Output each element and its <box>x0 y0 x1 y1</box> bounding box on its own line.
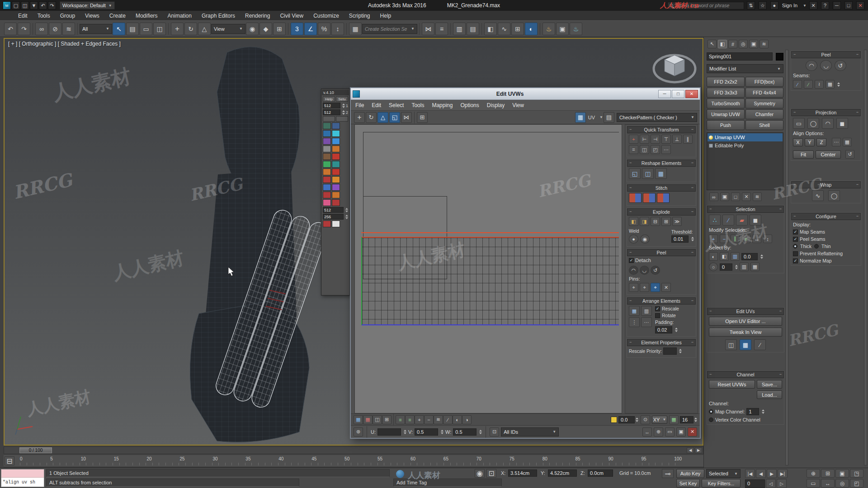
options-gear-icon[interactable]: ⊛ <box>354 427 363 436</box>
selection-lock-icon[interactable]: ⊡ <box>486 469 496 478</box>
uv-freeform-icon[interactable]: ◱ <box>389 112 400 123</box>
zoom-extents-all-icon[interactable]: ◳ <box>850 469 863 478</box>
x-coordinate-field[interactable]: 3.514cm <box>508 469 537 477</box>
previous-frame-icon[interactable]: ◀ <box>756 469 766 478</box>
scene-explorer-icon[interactable]: ▥ <box>453 23 466 35</box>
checker-pattern-dropdown[interactable]: CheckerPattern ( Checker ) ▼ <box>617 113 697 122</box>
arrange-elements-header[interactable]: Arrange Elements <box>627 297 696 305</box>
uv-space-label[interactable]: UV <box>588 115 595 120</box>
render-setup-icon[interactable]: ♨ <box>542 23 555 35</box>
loop-grow-icon[interactable]: ↔ <box>752 235 761 243</box>
set-key-button[interactable]: Set Key <box>676 479 700 488</box>
projection-header[interactable]: Projection <box>791 109 861 116</box>
zoom-icon[interactable]: ⊕ <box>807 469 820 478</box>
tweak-brush-icon[interactable]: ∕ <box>754 339 766 350</box>
modifier-stack[interactable]: Unwrap UVW Editable Poly <box>707 132 783 190</box>
menu-create[interactable]: Create <box>109 13 126 19</box>
textools-per-field[interactable]: 256 <box>323 214 344 220</box>
edit-named-selections-icon[interactable]: ▦ <box>349 23 362 35</box>
detach-checkbox[interactable]: ✓ <box>629 258 634 263</box>
angle-snap-icon[interactable]: ∠ <box>304 23 317 35</box>
graphite-ribbon-icon[interactable]: ◧ <box>484 23 497 35</box>
element-toggle-icon[interactable]: ◼ <box>750 215 761 225</box>
textools-icon[interactable] <box>323 130 331 137</box>
tab-create[interactable]: ↖ <box>708 40 717 48</box>
relax-icon[interactable]: ▦ <box>655 168 667 179</box>
spinner[interactable] <box>342 103 345 108</box>
exchange-icon[interactable]: ✕ <box>809 1 817 9</box>
textools-size-field-1[interactable]: 512 <box>323 103 340 108</box>
select-by-name-icon[interactable]: ▤ <box>126 23 139 35</box>
explode-arrows-icon[interactable]: ≫ <box>672 217 682 226</box>
make-unique-icon[interactable]: □ <box>731 192 740 201</box>
clear-seams-icon[interactable]: ▦ <box>826 80 835 89</box>
uvw-menu-tools[interactable]: Tools <box>411 102 424 108</box>
peel-mode-icon[interactable]: ◡ <box>640 266 649 275</box>
configure-header[interactable]: Configure <box>791 213 861 220</box>
textools-icon[interactable] <box>332 145 340 152</box>
explode-element-icon[interactable]: ⊞ <box>661 217 671 226</box>
maximize-window-icon[interactable]: □ <box>844 1 853 9</box>
align-left-icon[interactable]: ⊢ <box>640 135 649 144</box>
tweak-in-view-button[interactable]: Tweak In View <box>709 328 782 337</box>
center-button[interactable]: Center <box>816 150 841 159</box>
prevent-reflattening-checkbox[interactable] <box>793 251 798 256</box>
textools-icon[interactable] <box>323 221 331 227</box>
rotate-90-cw-icon[interactable]: ⋯ <box>661 145 671 154</box>
reshape-elements-header[interactable]: Reshape Elements <box>627 160 696 167</box>
modifier-button-symmetry[interactable]: Symmetry <box>745 99 783 108</box>
select-element-icon[interactable]: ⊞ <box>382 415 392 424</box>
zoom-extents-icon[interactable]: ▣ <box>835 469 849 478</box>
polygon-subobject-icon[interactable]: ▰ <box>736 215 748 225</box>
align-right-icon[interactable]: ⊣ <box>651 135 660 144</box>
zoom-extents-icon[interactable]: ▣ <box>676 427 686 436</box>
reset-projection-icon[interactable]: ↺ <box>845 150 854 159</box>
selection-set-dropdown[interactable]: Selected▼ <box>706 469 741 478</box>
grid-snap-icon[interactable]: ▦ <box>669 415 679 424</box>
stack-item-editable-poly[interactable]: Editable Poly <box>708 141 783 150</box>
maximize-viewport-toggle-icon[interactable]: ◰ <box>850 479 863 488</box>
w-field[interactable]: 0.5 <box>453 428 476 436</box>
uvw-menu-edit[interactable]: Edit <box>372 102 381 108</box>
peel-mode-icon[interactable]: ◡ <box>820 60 832 71</box>
go-to-start-icon[interactable]: |◀ <box>745 469 755 478</box>
uv-vertex-mode-icon[interactable]: ▦ <box>354 415 363 424</box>
uv-canvas[interactable] <box>354 124 622 413</box>
pin-tool-icon[interactable]: ⌖ <box>629 283 638 292</box>
padding-field[interactable]: 0.02 <box>655 326 672 333</box>
textools-icon[interactable] <box>323 192 331 198</box>
rectangular-selection-region-icon[interactable]: ▭ <box>140 23 152 35</box>
redo-quick-icon[interactable]: ↷ <box>48 1 56 9</box>
ignore-backfacing-icon[interactable]: ◐ <box>709 252 718 261</box>
edge-loop-icon[interactable]: ≡ <box>741 235 750 243</box>
align-bottom-icon[interactable]: ⊥ <box>672 135 682 144</box>
pack-vertical-icon[interactable]: ⋮ <box>629 317 640 327</box>
textools-icon[interactable] <box>323 145 331 152</box>
chevron-down-icon[interactable]: ▼ <box>803 4 807 8</box>
edit-seams-icon[interactable]: ∕ <box>793 80 802 89</box>
object-color-swatch[interactable] <box>776 53 783 61</box>
falloff-color-swatch[interactable] <box>611 417 617 423</box>
rotate-90-ccw-icon[interactable]: ◰ <box>651 145 660 154</box>
zoom-region-icon[interactable]: ▭ <box>807 479 820 488</box>
rotate-checkbox[interactable] <box>655 313 660 318</box>
auto-key-button[interactable]: Auto Key <box>676 469 704 478</box>
modifier-button-ffd2x2x2[interactable]: FFD 2x2x2 <box>707 77 745 87</box>
key-step-back-icon[interactable]: ◁ <box>766 479 776 488</box>
planar-angle-field[interactable]: 0.0 <box>741 253 758 260</box>
modifier-button-ffd4x4x4[interactable]: FFD 4x4x4 <box>745 88 783 98</box>
falloff-icon[interactable]: ◑ <box>462 415 472 424</box>
select-by-smoothing-icon[interactable]: ○ <box>709 263 718 271</box>
align-to-view-icon[interactable]: ▦ <box>843 138 852 146</box>
align-x-button[interactable]: X <box>793 138 803 146</box>
bind-to-spacewarp-icon[interactable]: ≋ <box>62 23 75 35</box>
grow-selection-icon[interactable]: ≡ <box>396 415 405 424</box>
max-logo-icon[interactable]: M <box>3 1 11 9</box>
textools-icon[interactable] <box>323 169 331 175</box>
modifier-button-ffdbox[interactable]: FFD(box) <box>745 77 783 87</box>
menu-edit[interactable]: Edit <box>18 13 28 19</box>
menu-views[interactable]: Views <box>85 13 99 19</box>
stitch-target-icon[interactable] <box>657 193 670 203</box>
zoom-icon[interactable]: ⊕ <box>654 427 663 436</box>
panel-scrollbar[interactable] <box>864 50 867 465</box>
